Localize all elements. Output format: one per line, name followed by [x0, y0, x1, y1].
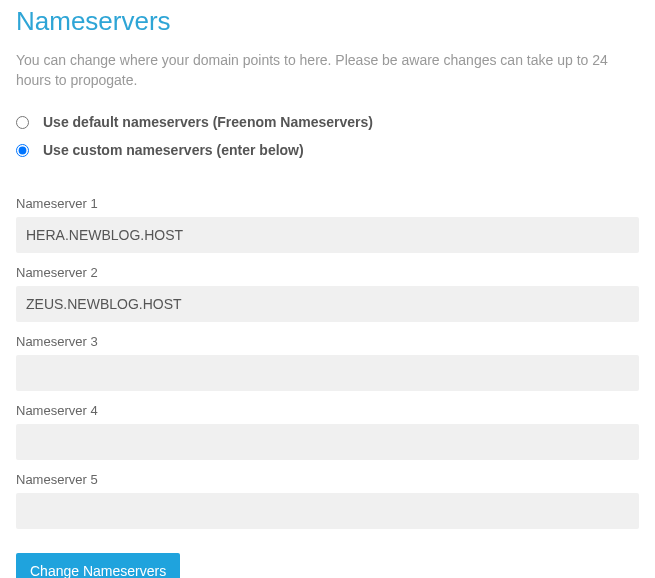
change-nameservers-button[interactable]: Change Nameservers — [16, 553, 180, 578]
nameserver-label-5: Nameserver 5 — [16, 472, 639, 487]
nameserver-field-1: Nameserver 1 — [16, 196, 639, 253]
option-custom-label[interactable]: Use custom nameservers (enter below) — [43, 142, 304, 158]
nameserver-input-3[interactable] — [16, 355, 639, 391]
option-default-radio[interactable] — [16, 116, 29, 129]
page-title: Nameservers — [16, 6, 639, 37]
nameserver-input-5[interactable] — [16, 493, 639, 529]
option-custom-radio[interactable] — [16, 144, 29, 157]
nameserver-label-2: Nameserver 2 — [16, 265, 639, 280]
nameserver-input-4[interactable] — [16, 424, 639, 460]
nameserver-label-1: Nameserver 1 — [16, 196, 639, 211]
nameserver-label-4: Nameserver 4 — [16, 403, 639, 418]
page-description: You can change where your domain points … — [16, 51, 639, 90]
nameserver-field-5: Nameserver 5 — [16, 472, 639, 529]
nameserver-field-3: Nameserver 3 — [16, 334, 639, 391]
nameserver-label-3: Nameserver 3 — [16, 334, 639, 349]
nameserver-field-4: Nameserver 4 — [16, 403, 639, 460]
nameserver-option-group: Use default nameservers (Freenom Nameser… — [16, 114, 639, 158]
nameserver-field-2: Nameserver 2 — [16, 265, 639, 322]
option-default-label[interactable]: Use default nameservers (Freenom Nameser… — [43, 114, 373, 130]
option-custom-row: Use custom nameservers (enter below) — [16, 142, 639, 158]
option-default-row: Use default nameservers (Freenom Nameser… — [16, 114, 639, 130]
nameserver-input-2[interactable] — [16, 286, 639, 322]
nameserver-input-1[interactable] — [16, 217, 639, 253]
